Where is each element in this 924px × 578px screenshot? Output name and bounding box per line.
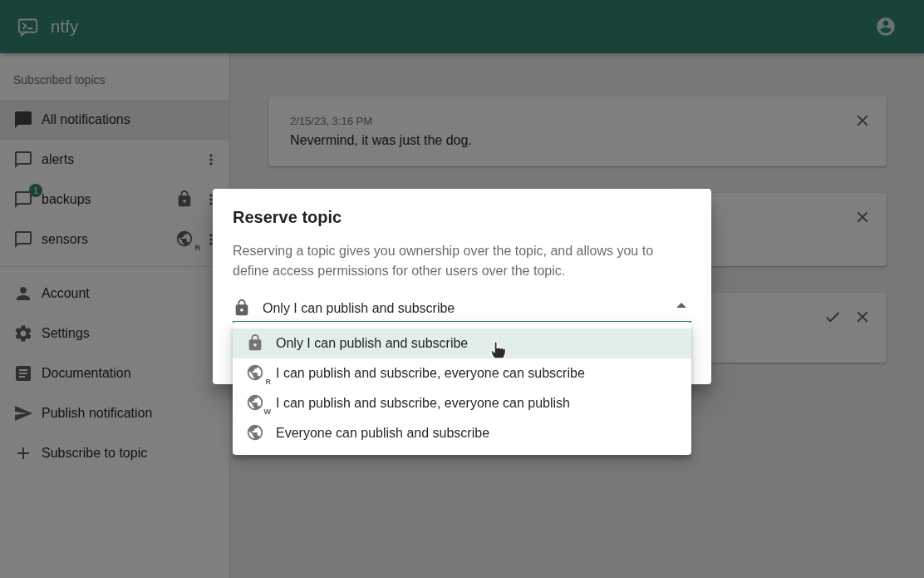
menu-item-everyone[interactable]: Everyone can publish and subscribe — [233, 418, 691, 448]
globe-read-icon: R — [246, 363, 266, 383]
access-permission-select[interactable]: Only I can publish and subscribe — [233, 295, 691, 323]
globe-write-icon: W — [246, 393, 266, 413]
chevron-up-icon — [676, 303, 686, 308]
menu-item-label: Only I can publish and subscribe — [276, 336, 468, 351]
lock-icon — [246, 333, 266, 353]
menu-item-label: I can publish and subscribe, everyone ca… — [276, 396, 570, 411]
menu-item-label: Everyone can publish and subscribe — [276, 426, 489, 441]
access-permission-menu: Only I can publish and subscribe R I can… — [233, 322, 691, 455]
lock-icon — [233, 299, 253, 319]
globe-icon — [246, 423, 266, 443]
menu-item-only-i[interactable]: Only I can publish and subscribe — [233, 329, 691, 358]
dialog-title: Reserve topic — [233, 208, 691, 227]
menu-item-label: I can publish and subscribe, everyone ca… — [276, 366, 585, 381]
dialog-description: Reserving a topic gives you ownership ov… — [233, 241, 691, 281]
select-value: Only I can publish and subscribe — [263, 301, 455, 316]
menu-item-everyone-can-subscribe[interactable]: R I can publish and subscribe, everyone … — [233, 358, 691, 388]
menu-item-everyone-can-publish[interactable]: W I can publish and subscribe, everyone … — [233, 388, 691, 418]
